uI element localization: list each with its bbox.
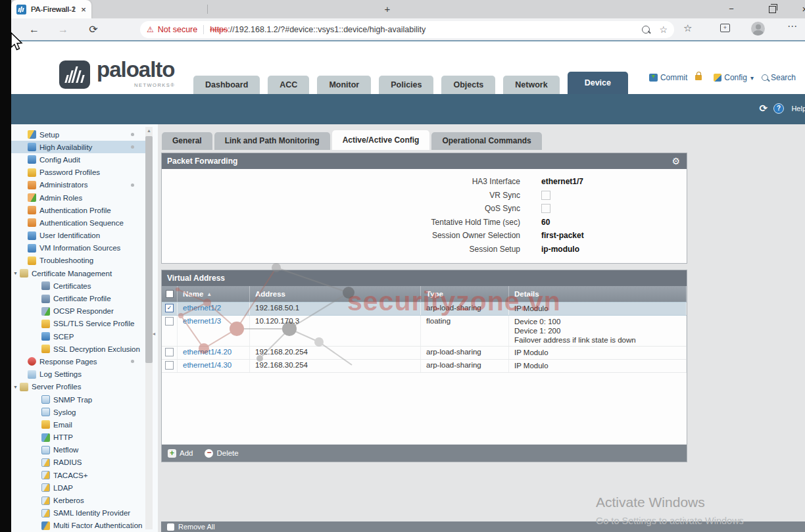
sidebar-item[interactable]: ▼ Admin Roles [11,191,145,204]
interface-link[interactable]: ethernet1/4.30 [183,361,232,369]
search-button[interactable]: Search [771,73,796,82]
column-header-address[interactable]: Address [250,286,421,302]
ha-config-tab[interactable]: General [162,132,212,150]
favorites-bar-icon[interactable]: ☆ [683,22,692,34]
sidebar-item[interactable]: ▼ Certificate Profile [11,292,145,304]
main-nav-tab[interactable]: Objects [441,76,495,94]
back-button[interactable]: ← [26,22,43,37]
sidebar-item[interactable]: ▼ Certificates [11,279,145,292]
lock-icon[interactable] [695,75,702,80]
sidebar-item[interactable]: ▼ Password Profiles [11,166,145,179]
collections-icon[interactable]: + [720,24,730,32]
sidebar-item[interactable]: ▼ Setup [11,128,145,141]
config-button[interactable]: Config [724,73,747,82]
table-row[interactable]: ✓ ethernet1/4.30 192.168.30.254 arp-load… [162,360,687,373]
forward-button[interactable]: → [55,22,72,37]
sidebar-item[interactable]: ▼ SSL/TLS Service Profile [11,318,145,330]
commit-button[interactable]: Commit [660,73,687,82]
window-close-button[interactable]: × [794,0,805,18]
sidebar-item[interactable]: ▼ Kerberos [11,494,145,506]
sidebar-item[interactable]: ▼ Authentication Sequence [11,216,145,229]
checkbox[interactable] [541,191,550,200]
sidebar-item[interactable]: ▼ VM Information Sources [11,242,145,254]
sidebar-item[interactable]: ▼ SNMP Trap [11,393,145,406]
sidebar-item[interactable]: ▼ Response Pages [11,355,145,368]
remove-all-label[interactable]: Remove All [178,523,215,531]
main-nav-tab[interactable]: Dashboard [193,76,260,94]
sidebar-item[interactable]: ▼ SSL Decryption Exclusion [11,343,145,355]
interface-link[interactable]: ethernet1/2 [183,304,221,312]
remove-all-checkbox[interactable] [167,523,174,531]
row-checkbox[interactable]: ✓ [165,348,174,356]
chevron-down-icon[interactable]: ▾ [750,74,754,82]
sidebar-item[interactable]: ▼ Authentication Profile [11,204,145,216]
restore-button[interactable] [761,0,783,18]
sidebar-item[interactable]: ▼ TACACS+ [11,469,145,481]
address-bar[interactable]: ⚠ Not secure https://192.168.1.2/?#devic… [140,21,674,38]
expander-icon[interactable]: ▼ [13,385,20,389]
main-nav-tab[interactable]: Device [568,72,628,94]
sidebar-item[interactable]: ▼ High Availability [11,141,145,153]
checkbox[interactable] [541,204,550,213]
column-header-type[interactable]: Type [421,286,509,302]
scrollbar-thumb[interactable] [145,136,153,363]
sidebar-collapse-handle[interactable]: ◂ [153,326,158,343]
minimize-button[interactable]: − [720,0,743,18]
table-row[interactable]: ✓ ethernet1/3 10.120.170.3 floating Devi… [162,316,687,347]
sidebar-item[interactable]: ▼ Config Audit [11,153,145,166]
add-favorite-star-icon[interactable]: ☆ [659,24,668,35]
sidebar-scrollbar[interactable]: ▲ [145,127,153,529]
sidebar-item[interactable]: ▼ LDAP [11,481,145,494]
main-nav-tab[interactable]: Policies [379,76,433,94]
table-row[interactable]: ✓ ethernet1/2 192.168.50.1 arp-load-shar… [162,302,687,316]
url-text[interactable]: https://192.168.1.2/?#device::vsys1::dev… [210,25,642,34]
interface-link[interactable]: ethernet1/4.20 [183,348,232,356]
main-nav-tab[interactable]: Monitor [317,76,371,94]
refresh-icon[interactable]: ⟳ [759,103,768,114]
add-button[interactable]: Add [180,449,193,457]
new-tab-button[interactable]: + [379,3,395,16]
column-header-name[interactable]: Name▲ [178,286,250,302]
help-icon[interactable]: ? [773,103,784,114]
browser-menu-icon[interactable]: ⋯ [787,20,797,32]
profile-avatar[interactable] [751,22,765,36]
select-all-checkbox[interactable] [162,286,178,302]
table-row[interactable]: ✓ ethernet1/4.20 192.168.20.254 arp-load… [162,347,687,360]
gear-icon[interactable]: ⚙ [671,153,680,169]
sidebar-item[interactable]: ▼ Netflow [11,444,145,456]
sidebar-item[interactable]: ▼ Server Profiles [11,381,145,393]
main-nav-tab[interactable]: Network [503,76,559,94]
sidebar-item[interactable]: ▼ Email [11,418,145,431]
sidebar-item[interactable]: ▼ Troubleshooting [11,254,145,267]
sidebar-item[interactable]: ▼ OCSP Responder [11,305,145,318]
help-label[interactable]: Help [791,105,805,112]
sidebar-item[interactable]: ▼ RADIUS [11,456,145,469]
column-header-details[interactable]: Details [509,286,687,302]
ha-config-tab[interactable]: Active/Active Config [332,130,430,150]
reload-button[interactable]: ⟳ [85,22,102,37]
ha-config-tab[interactable]: Operational Commands [431,132,541,150]
sidebar-item[interactable]: ▼ Syslog [11,406,145,418]
sidebar-item[interactable]: ▼ Certificate Management [11,267,145,279]
row-checkbox[interactable]: ✓ [165,317,174,326]
not-secure-label[interactable]: Not secure [158,25,197,34]
sidebar-item[interactable]: ▼ SCEP [11,330,145,343]
scroll-up-icon[interactable]: ▲ [145,127,153,135]
sidebar-item[interactable]: ▼ Multi Factor Authentication [11,520,145,532]
browser-tab[interactable]: PA-Firewall-2 × [11,0,91,18]
zoom-out-icon[interactable] [642,26,650,34]
close-icon[interactable]: × [81,5,86,14]
details-cell: IP Modulo [509,360,687,372]
ha-config-tab[interactable]: Link and Path Monitoring [214,132,330,150]
sidebar-item[interactable]: ▼ Administrators [11,179,145,191]
sidebar-item[interactable]: ▼ User Identification [11,230,145,242]
row-checkbox[interactable]: ✓ [165,361,174,370]
sidebar-item[interactable]: ▼ SAML Identity Provider [11,507,145,520]
sidebar-item[interactable]: ▼ Log Settings [11,368,145,381]
main-nav-tab[interactable]: ACC [268,76,309,94]
sidebar-item[interactable]: ▼ HTTP [11,431,145,444]
delete-button[interactable]: Delete [216,449,238,457]
row-checkbox[interactable]: ✓ [165,304,174,312]
expander-icon[interactable]: ▼ [13,271,20,276]
interface-link[interactable]: ethernet1/3 [183,317,221,325]
